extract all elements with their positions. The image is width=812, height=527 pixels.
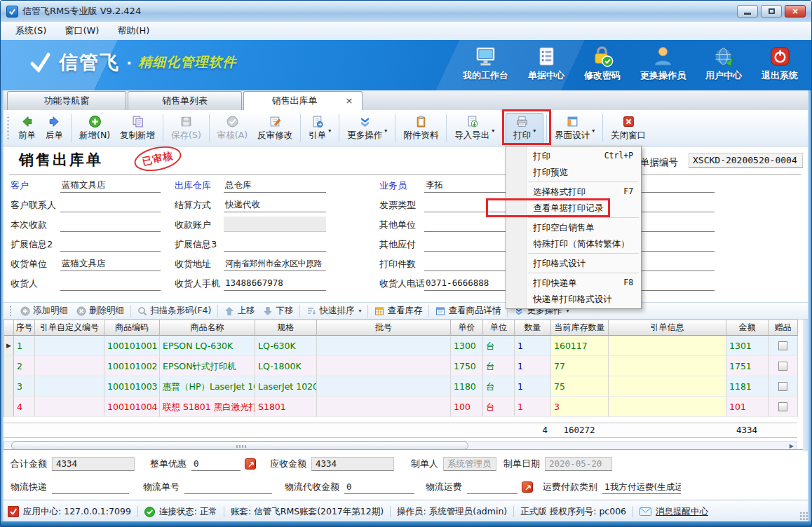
col-header[interactable]: 引单自定义编号 <box>35 320 104 336</box>
table-row[interactable]: 4 100101004 联想 S1801 黑白激光打印机 S1801 100 台… <box>4 397 798 417</box>
gift-checkbox[interactable] <box>778 402 787 411</box>
import-export-button[interactable]: 导入导出 ▾ <box>449 114 499 143</box>
express-field[interactable] <box>52 480 129 494</box>
workbench-button[interactable]: 我的工作台 <box>456 45 515 82</box>
cod-amount-field[interactable]: 0 <box>344 480 414 494</box>
warehouse-field[interactable]: 总仓库 <box>224 177 326 193</box>
scroll-right-icon[interactable]: ▶ <box>790 443 794 449</box>
row-selector[interactable] <box>4 397 14 417</box>
salesman-field[interactable]: 李拓 <box>424 177 508 193</box>
prev-doc-button[interactable]: 前单 <box>13 114 41 143</box>
close-button[interactable]: × <box>785 5 806 18</box>
col-header[interactable]: 单价 <box>451 320 483 336</box>
customer-field[interactable]: 蓝猫文具店 <box>60 177 161 193</box>
approve-button[interactable]: 审核(A) <box>212 114 252 143</box>
col-header[interactable]: 数量 <box>515 320 551 336</box>
edit-discount-button[interactable] <box>245 458 256 470</box>
delivery-address-field[interactable]: 河南省郑州市金水区中原路 <box>224 256 326 271</box>
add-detail-button[interactable]: 添加明细 <box>16 305 72 317</box>
delete-detail-button[interactable]: 删除明细 <box>72 305 128 317</box>
close-window-button[interactable]: 关闭窗口 <box>606 114 651 143</box>
discount-field[interactable]: 0 <box>191 457 241 471</box>
view-product-detail-button[interactable]: 查看商品详情 <box>431 305 505 317</box>
row-selector[interactable] <box>4 356 14 376</box>
menu-help[interactable]: 帮助(H) <box>108 22 158 39</box>
col-header[interactable]: 引单信息 <box>609 320 726 336</box>
gift-checkbox[interactable] <box>778 362 787 371</box>
quick-sort-button[interactable]: 快速排序 ▾ <box>302 305 365 317</box>
consignee-phone-field[interactable]: 0371-6666888 <box>424 275 508 291</box>
tab-close-icon[interactable]: × <box>344 95 355 107</box>
print-menu-item-special-print[interactable]: 特殊打印（简体转繁体） <box>506 235 641 252</box>
col-header[interactable]: 当前库存数量 <box>551 320 609 336</box>
toolbar-grip[interactable] <box>6 116 10 141</box>
tab-sales-list[interactable]: 销售单列表 <box>128 91 242 110</box>
print-menu-item-blank-sales[interactable]: 打印空白销售单 <box>506 219 641 235</box>
col-header[interactable]: 批号 <box>317 320 451 336</box>
next-doc-button[interactable]: 后单 <box>41 114 68 143</box>
tab-sales-outbound[interactable]: 销售出库单 × <box>243 91 363 110</box>
docno-field[interactable]: XSCKD-20200520-0004 <box>689 153 803 168</box>
view-inventory-button[interactable]: 查看库存 <box>370 305 426 317</box>
print-menu-item-select-format[interactable]: 选择格式打印 F7 <box>506 184 641 200</box>
maximize-button[interactable] <box>761 5 782 18</box>
print-menu-item-format-design[interactable]: 打印格式设计 <box>506 255 641 271</box>
freight-field[interactable] <box>467 480 517 494</box>
ui-design-button[interactable]: 界面设计 ▾ <box>550 114 600 143</box>
table-row[interactable]: ▶ 1 100101001 EPSON LQ-630K LQ-630K 1300… <box>4 336 798 356</box>
consignee-unit-field[interactable]: 蓝猫文具店 <box>60 256 161 271</box>
customer-contact-field[interactable] <box>60 197 161 212</box>
print-menu-item-view-print-records[interactable]: 查看单据打印记录 <box>506 200 641 216</box>
edit-freight-button[interactable] <box>522 481 533 493</box>
save-button[interactable]: 保存(S) <box>166 114 206 143</box>
waybill-field[interactable] <box>184 480 272 494</box>
reference-doc-button[interactable]: 引单 ▾ <box>304 114 336 143</box>
tab-navigation[interactable]: 功能导航窗 <box>7 91 126 110</box>
print-button[interactable]: 打印 ▾ <box>506 113 543 144</box>
ext-info3-field[interactable] <box>224 236 326 252</box>
add-new-button[interactable]: 新增(N) <box>74 114 115 143</box>
more-actions-button[interactable]: 更多操作 ▾ <box>342 114 392 143</box>
message-center-link[interactable]: 消息提醒中心 <box>640 506 708 518</box>
print-copies-field[interactable] <box>424 256 508 271</box>
other-payable-field[interactable] <box>424 236 508 252</box>
gift-checkbox[interactable] <box>778 382 787 391</box>
col-header[interactable]: 商品编码 <box>104 320 160 336</box>
switch-operator-button[interactable]: 更换操作员 <box>634 45 692 82</box>
col-header[interactable]: 金额 <box>726 320 769 336</box>
print-menu-item-express-print[interactable]: 打印快递单 F8 <box>506 275 641 291</box>
change-password-button[interactable]: 修改密码 <box>578 45 627 82</box>
user-center-button[interactable]: 用户中心 <box>699 45 748 82</box>
freight-type-field[interactable]: 1我方付运费(生成运 <box>602 480 681 494</box>
unapprove-edit-button[interactable]: 反审修改 <box>252 114 297 143</box>
minimize-button[interactable] <box>737 5 758 18</box>
scan-barcode-button[interactable]: 扫描条形码(F4) <box>133 305 215 317</box>
move-down-button[interactable]: 下移 <box>259 305 297 317</box>
consignee-mobile-field[interactable]: 13488667978 <box>224 275 326 291</box>
row-selector[interactable]: ▶ <box>4 336 14 356</box>
print-menu-item-print[interactable]: 打印 Ctrl+P <box>506 148 641 164</box>
exit-system-button[interactable]: 退出系统 <box>755 45 804 82</box>
document-center-button[interactable]: 单据中心 <box>522 45 571 82</box>
menu-system[interactable]: 系统(S) <box>6 22 55 39</box>
invoice-type-field[interactable] <box>424 197 508 212</box>
attachments-button[interactable]: 附件资料 <box>398 114 443 143</box>
print-menu-item-preview[interactable]: 打印预览 <box>506 164 641 180</box>
print-menu-item-express-format-design[interactable]: 快递单打印格式设计 <box>506 291 641 307</box>
table-row[interactable]: 2 100101002 EPSON针式打印机 LQ-1800K 1750 台 1… <box>4 356 798 376</box>
titlebar[interactable]: 信管飞RMS专业版 V9.2.424 × <box>1 1 811 22</box>
menu-window[interactable]: 窗口(W) <box>55 22 108 39</box>
ext-info2-field[interactable] <box>60 236 161 252</box>
settlement-field[interactable]: 快递代收 <box>224 197 326 212</box>
gift-checkbox[interactable] <box>778 341 787 350</box>
col-header[interactable]: 序号 <box>14 320 35 336</box>
consignee-field[interactable] <box>60 275 161 291</box>
table-row[interactable]: 3 100101003 惠普（HP）LaserJet 1020 LaserJet… <box>4 376 798 397</box>
payment-field[interactable] <box>60 217 161 232</box>
col-header[interactable]: 单位 <box>483 320 515 336</box>
other-unit-field[interactable] <box>424 217 508 232</box>
row-selector[interactable] <box>4 376 14 397</box>
detail-toolbar-grip[interactable] <box>9 306 12 317</box>
move-up-button[interactable]: 上移 <box>220 305 259 317</box>
col-header[interactable]: 规格 <box>255 320 317 336</box>
